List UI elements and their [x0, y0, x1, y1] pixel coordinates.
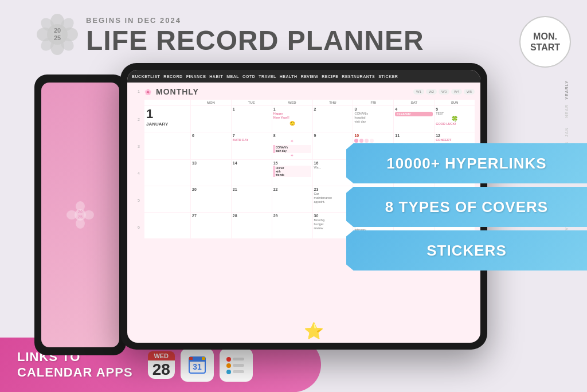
col-header-empty	[144, 100, 190, 105]
day-num: 28	[148, 360, 175, 379]
header-subtitle: BEGINS IN DEC 2024	[86, 16, 424, 25]
planner-sidebar: 1 2 3 4 5 6	[133, 87, 144, 338]
svg-point-30	[226, 370, 231, 374]
mon-label: MON.	[533, 31, 557, 42]
nav-item-habit[interactable]: HABIT	[209, 75, 223, 79]
calendar-apps: WED 28 31	[148, 348, 253, 382]
cal-cell-mon4: 20	[191, 186, 231, 212]
sidebar-4: 4	[133, 171, 144, 175]
sidebar-2: 2	[133, 117, 144, 121]
col-header-sat: SAT	[394, 100, 434, 105]
svg-text:31: 31	[193, 362, 202, 371]
week-pill-3[interactable]: W3	[439, 89, 449, 95]
banner-covers: 8 TYPES OF COVERS	[346, 187, 587, 227]
hyperlinks-text: 10000+ HYPERLINKS	[386, 155, 546, 173]
week-pill-5[interactable]: W5	[464, 89, 475, 95]
cal-cell-wed4: 22	[272, 186, 312, 212]
svg-point-28	[226, 363, 231, 368]
nav-item-record[interactable]: RECORD	[163, 75, 182, 79]
cal-cell-tue2: 7 BATH DAY	[232, 132, 272, 159]
date-label: 1 JANUARY	[144, 106, 190, 132]
nav-item-health[interactable]: HEALTH	[280, 75, 298, 79]
svg-rect-29	[233, 364, 244, 367]
nav-item-finance[interactable]: FINANCE	[186, 75, 206, 79]
good-luck-event: GOOD LUCK!	[436, 122, 473, 126]
col-header-thu: THU	[313, 100, 353, 105]
col-header-fri: FRI	[353, 100, 393, 105]
svg-rect-31	[233, 370, 244, 373]
day-name: WED	[148, 351, 175, 360]
cal-cell-1: 1	[232, 106, 272, 132]
cal-cell-sun1: 5 TEST 🍀 GOOD LUCK!	[435, 106, 475, 132]
google-calendar-icon[interactable]: 31	[181, 348, 214, 382]
bath-day-event: BATH DAY	[233, 138, 271, 142]
week-pill-2[interactable]: W2	[426, 89, 437, 95]
sidebar-3: 3	[133, 144, 144, 148]
week-pills: W1 W2 W3 W4 W5	[413, 89, 475, 95]
cal-cell-tue3: 14	[232, 160, 272, 186]
svg-rect-24	[202, 357, 205, 360]
date-num: 1	[146, 108, 189, 120]
cleanup-badge: CLEANUP	[395, 112, 433, 116]
svg-rect-27	[233, 358, 244, 360]
cal-cell-tue4: 21	[232, 186, 272, 212]
sidebar-6: 6	[133, 225, 144, 229]
reminders-app-icon[interactable]	[220, 348, 253, 382]
cal-cell-sat1: 4 CLEANUP	[394, 106, 434, 132]
banner-stickers: STICKERS	[346, 230, 587, 271]
sidebar-5: 5	[133, 198, 144, 202]
covers-text: 8 TYPES OF COVERS	[385, 198, 548, 216]
nav-item-travel[interactable]: TRAVEL	[259, 75, 276, 79]
svg-text:25: 25	[54, 34, 61, 41]
tab-yearly[interactable]: YEARLY	[565, 80, 569, 100]
tablet-nav: BUCKETLIST RECORD FINANCE HABIT MEAL OOT…	[127, 70, 480, 83]
cal-cell-mon3: 13	[191, 160, 231, 186]
nav-item-review[interactable]: REVIEW	[301, 75, 319, 79]
nav-item-meal[interactable]: MEAL	[226, 75, 239, 79]
col-header-sun: SUN	[435, 100, 475, 105]
cal-cell-wed5: 29	[272, 213, 312, 238]
monthly-title: MONTHLY	[156, 87, 199, 96]
sidebar-1: 1	[133, 89, 144, 93]
concert-event: CONCERT	[436, 138, 473, 142]
cal-cell-wed1: 1 HappyNew Year!! 🙂	[272, 106, 312, 132]
nav-item-bucketlist[interactable]: BUCKETLIST	[132, 75, 160, 79]
planner-header: 🌸 MONTHLY W1 W2 W3 W4 W5	[144, 87, 475, 96]
nav-item-restaurants[interactable]: RESTAURANTS	[342, 75, 375, 79]
cal-cell-empty1	[191, 106, 231, 132]
date-label-5	[144, 213, 190, 238]
dinner-event: Dinnerwithfriends	[273, 166, 311, 177]
month-label: JANUARY	[146, 121, 189, 127]
cal-cell-wed2: 8 ✦ CONAN'sbath day ✦	[272, 132, 312, 159]
tab-jan[interactable]: JAN	[565, 127, 569, 137]
svg-rect-21	[189, 360, 205, 362]
cal-cell-wed3: 15 Dinnerwithfriends	[272, 160, 312, 186]
date-label-3	[144, 160, 190, 186]
svg-rect-23	[189, 357, 193, 360]
logo-flower: 20 25	[34, 11, 80, 57]
header-title: LIFE RECORD PLANNER	[86, 27, 424, 54]
col-header-mon: MON	[191, 100, 231, 105]
cal-cell-mon5: 27	[191, 213, 231, 238]
header: BEGINS IN DEC 2024 LIFE RECORD PLANNER	[86, 16, 424, 54]
date-label-2	[144, 132, 190, 159]
stickers-text: STICKERS	[426, 242, 506, 260]
svg-text:20: 20	[54, 27, 61, 34]
cal-cell-mon2: 6	[191, 132, 231, 159]
svg-point-26	[226, 357, 231, 362]
banner-hyperlinks: 10000+ HYPERLINKS	[346, 143, 587, 183]
week-pill-1[interactable]: W1	[413, 89, 424, 95]
col-header-wed: WED	[272, 100, 312, 105]
tab-near[interactable]: NEAR	[565, 104, 569, 118]
star-decoration: ⭐	[304, 322, 324, 340]
nav-item-ootd[interactable]: OOTD	[242, 75, 255, 79]
cal-cell-fri1: 3 CONAN'shospitalvisit day	[353, 106, 393, 132]
cal-cell-thu1: 2	[313, 106, 353, 132]
date-app-icon[interactable]: WED 28	[148, 351, 175, 379]
nav-item-recipe[interactable]: RECIPE	[322, 75, 338, 79]
week-pill-4[interactable]: W4	[451, 89, 462, 95]
col-header-tue: TUE	[232, 100, 272, 105]
nav-item-sticker[interactable]: STICKER	[378, 75, 398, 79]
svg-text:20: 20	[78, 210, 83, 214]
back-tablet: 20 25	[34, 75, 126, 355]
